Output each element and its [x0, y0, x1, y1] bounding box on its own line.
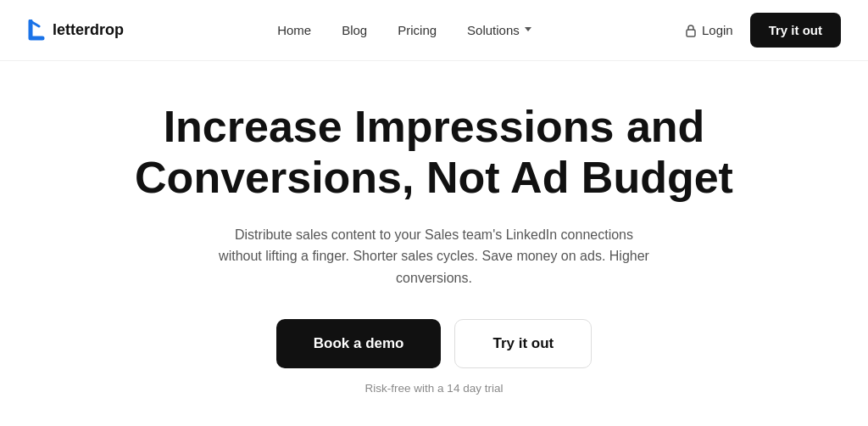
nav-right: Login Try it out	[685, 13, 841, 48]
logo-icon	[27, 20, 46, 42]
book-demo-button[interactable]: Book a demo	[276, 319, 442, 368]
hero-subtitle: Distribute sales content to your Sales t…	[214, 224, 654, 289]
nav-blog[interactable]: Blog	[342, 23, 367, 37]
hero-buttons: Book a demo Try it out	[276, 319, 593, 368]
nav-pricing[interactable]: Pricing	[398, 23, 437, 37]
lock-icon	[685, 24, 697, 37]
nav-try-button[interactable]: Try it out	[750, 13, 841, 48]
nav-home[interactable]: Home	[277, 23, 311, 37]
login-label: Login	[702, 23, 733, 37]
hero-title: Increase Impressions and Conversions, No…	[120, 102, 748, 204]
login-link[interactable]: Login	[685, 23, 733, 37]
svg-rect-0	[687, 30, 695, 36]
try-button[interactable]: Try it out	[454, 319, 592, 368]
chevron-down-icon	[525, 27, 531, 31]
nav-solutions[interactable]: Solutions	[467, 23, 531, 37]
navbar: letterdrop Home Blog Pricing Solutions L…	[0, 0, 868, 61]
nav-solutions-label: Solutions	[467, 23, 520, 37]
logo-link[interactable]: letterdrop	[27, 20, 124, 42]
hero-section: Increase Impressions and Conversions, No…	[0, 61, 868, 415]
nav-links: Home Blog Pricing Solutions	[277, 23, 531, 37]
logo-text: letterdrop	[53, 21, 124, 39]
trial-note: Risk-free with a 14 day trial	[365, 382, 504, 395]
